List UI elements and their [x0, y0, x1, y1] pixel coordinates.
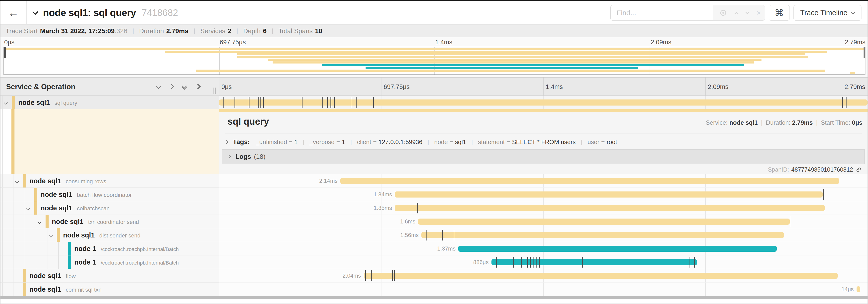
service-value: node sql1: [729, 119, 757, 126]
span-name-cell[interactable]: node sql1colbatchscan: [0, 201, 219, 215]
logs-row[interactable]: Logs (18): [222, 149, 865, 164]
span-timeline-cell[interactable]: 1.37ms: [219, 242, 868, 256]
span-bar[interactable]: [492, 259, 697, 265]
log-marker: [332, 97, 332, 108]
span-row[interactable]: node sql1sql query: [0, 96, 868, 109]
span-name-cell[interactable]: node sql1commit sql txn: [0, 282, 219, 296]
tag-key: user: [587, 138, 599, 145]
span-name-cell[interactable]: node sql1sql query: [0, 96, 219, 109]
tags-row[interactable]: Tags: _unfinished=1|_verbose=1|client=12…: [225, 137, 617, 147]
span-row[interactable]: node sql1dist sender send1.56ms: [0, 228, 868, 242]
timeline-header: Service & Operation 0μs697.75μs1.4ms2.09…: [0, 77, 868, 96]
link-icon[interactable]: [856, 167, 862, 173]
span-name-cell[interactable]: node 1/cockroach.roachpb.Internal/Batch: [0, 242, 219, 256]
span-row[interactable]: node 1/cockroach.roachpb.Internal/Batch1…: [0, 242, 868, 256]
span-detail-row: sql query Service: node sql1|Duration: 2…: [0, 109, 868, 174]
log-marker: [454, 230, 454, 240]
span-duration-label: 1.6ms: [400, 215, 415, 228]
span-timeline-cell[interactable]: [219, 96, 868, 109]
span-timeline-cell[interactable]: 1.56ms: [219, 228, 868, 242]
span-bar[interactable]: [458, 246, 777, 252]
collapse-trace-chevron-icon[interactable]: [32, 9, 38, 15]
find-clear-icon[interactable]: ×: [756, 9, 761, 16]
span-timeline-cell[interactable]: 1.6ms: [219, 215, 868, 228]
summary-value: 2: [228, 27, 231, 35]
column-splitter-handle[interactable]: [214, 88, 216, 94]
shortcuts-button[interactable]: ⌘: [769, 5, 790, 21]
trace-title-group[interactable]: node sql1: sql query 7418682: [33, 1, 178, 24]
span-name-cell[interactable]: node sql1consuming rows: [0, 174, 219, 188]
span-timeline-cell[interactable]: 2.14ms: [219, 174, 868, 188]
find-input[interactable]: [611, 5, 713, 20]
span-name-cell[interactable]: node sql1dist sender send: [0, 228, 219, 242]
span-bar[interactable]: [418, 218, 790, 225]
span-bar[interactable]: [219, 99, 868, 105]
locate-icon[interactable]: [719, 9, 727, 17]
span-name-cell[interactable]: node sql1txn coordinator send: [0, 215, 219, 228]
span-row[interactable]: node sql1colbatchscan1.85ms: [0, 201, 868, 215]
minimap-span-bar: [237, 53, 805, 55]
tags-label: Tags:: [233, 138, 250, 146]
log-marker: [260, 97, 261, 108]
collapse-one-icon[interactable]: [156, 84, 161, 89]
span-bar[interactable]: [857, 286, 861, 292]
span-detail-title: sql query: [227, 116, 269, 127]
span-row[interactable]: node sql1commit sql txn14μs: [0, 282, 868, 296]
span-bar[interactable]: [395, 205, 825, 211]
span-timeline-cell[interactable]: 1.84ms: [219, 188, 868, 201]
summary-value: 2.79ms: [166, 27, 188, 35]
span-row[interactable]: node 1/cockroach.roachpb.Internal/Batch8…: [0, 256, 868, 269]
view-selector-button[interactable]: Trace Timeline: [794, 5, 862, 21]
expand-one-icon[interactable]: [169, 84, 174, 89]
span-detail-highlight: [14, 109, 219, 174]
log-marker: [392, 270, 393, 281]
find-next-icon[interactable]: [745, 10, 749, 14]
span-name-cell[interactable]: node sql1batch flow coordinator: [0, 188, 219, 201]
find-prev-icon[interactable]: [734, 12, 738, 16]
span-accent-strip: [11, 109, 14, 174]
span-bar[interactable]: [364, 273, 838, 279]
minimap-canvas[interactable]: [3, 47, 865, 75]
service-color-strip: [34, 188, 37, 201]
span-bar[interactable]: [340, 178, 839, 184]
log-marker: [351, 97, 351, 108]
span-name-cell[interactable]: node 1/cockroach.roachpb.Internal/Batch: [0, 256, 219, 269]
operation-name: consuming rows: [66, 178, 106, 184]
operation-name: flow: [66, 273, 76, 279]
span-name-cell[interactable]: node sql1flow: [0, 269, 219, 282]
expand-chevron-icon[interactable]: [26, 206, 30, 210]
service-color-strip: [68, 256, 71, 269]
service-color-strip: [57, 228, 60, 242]
minimap-right-scrubber[interactable]: [864, 47, 865, 58]
span-row[interactable]: node sql1batch flow coordinator1.84ms: [0, 188, 868, 201]
span-row[interactable]: node sql1consuming rows2.14ms: [0, 174, 868, 188]
span-bar[interactable]: [422, 232, 784, 238]
span-timeline-cell[interactable]: 1.85ms: [219, 201, 868, 215]
span-row[interactable]: node sql1txn coordinator send1.6ms: [0, 215, 868, 228]
operation-name: /cockroach.roachpb.Internal/Batch: [101, 246, 179, 252]
expand-chevron-icon[interactable]: [38, 220, 41, 224]
expand-chevron-icon[interactable]: [15, 179, 19, 183]
logs-label: Logs: [236, 153, 251, 160]
log-marker: [513, 257, 514, 268]
expand-all-icon[interactable]: [195, 85, 200, 88]
collapse-all-icon[interactable]: [183, 84, 186, 89]
horizontal-scrollbar[interactable]: [0, 296, 868, 299]
span-timeline-cell[interactable]: 14μs: [219, 282, 868, 296]
span-duration-label: 1.84ms: [374, 188, 392, 201]
expand-chevron-icon[interactable]: [4, 101, 8, 105]
log-marker: [539, 257, 540, 268]
span-row[interactable]: node sql1flow2.04ms: [0, 269, 868, 282]
time-tick-label: 2.09ms: [708, 77, 728, 96]
span-timeline-cell[interactable]: 886μs: [219, 256, 868, 269]
log-marker: [394, 270, 395, 281]
expand-chevron-icon[interactable]: [49, 234, 53, 237]
back-button[interactable]: ←: [0, 1, 27, 24]
span-bar[interactable]: [395, 192, 823, 198]
log-marker: [223, 97, 223, 108]
time-tick-label: 2.79ms: [844, 77, 868, 96]
span-timeline-cell[interactable]: 2.04ms: [219, 269, 868, 282]
time-ruler: 0μs697.75μs1.4ms2.09ms2.79ms: [219, 77, 868, 96]
duration-label: Duration:: [766, 119, 791, 126]
minimap-left-scrubber[interactable]: [4, 47, 6, 58]
